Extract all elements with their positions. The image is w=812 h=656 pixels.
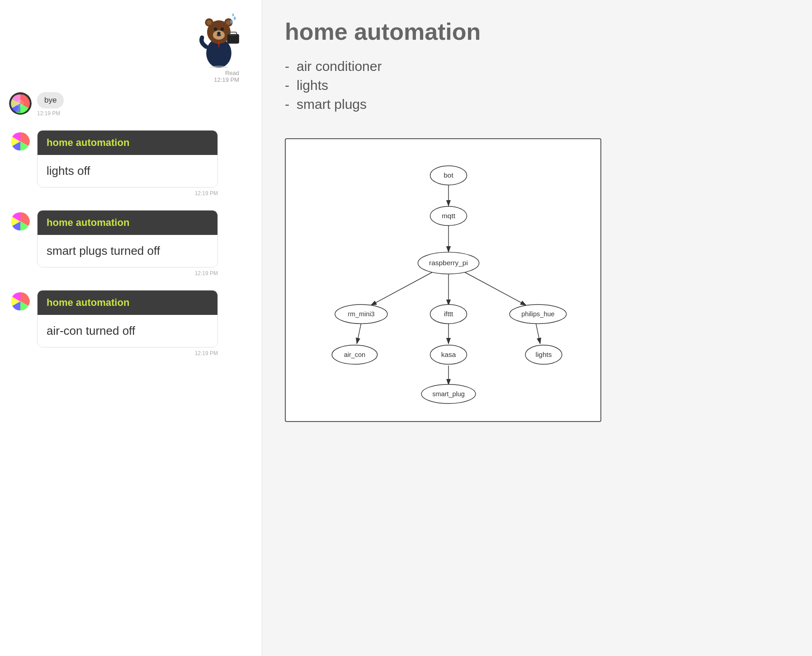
chat-panel: Read 12:19 PM (0, 0, 262, 656)
svg-line-25 (371, 270, 437, 305)
ha-card-body-2: smart plugs turned off (38, 235, 217, 267)
message-row-3: home automation air-con turned off 12:19… (9, 290, 253, 356)
ha-card-body-1: lights off (38, 155, 217, 187)
msg1-time: 12:19 PM (37, 190, 218, 197)
ha-card-header-text-2: home automation (47, 217, 129, 228)
ha-card-body-text-1: lights off (47, 164, 90, 178)
svg-point-13 (232, 14, 234, 17)
msg2-time: 12:19 PM (37, 270, 218, 276)
feature-item-2: lights (285, 78, 789, 93)
bye-time: 12:19 PM (37, 110, 64, 117)
message-row-1: home automation lights off 12:19 PM (9, 130, 253, 197)
ha-card-3: home automation air-con turned off (37, 290, 218, 347)
features-list: air conditioner lights smart plugs (285, 59, 789, 116)
ha-card-body-text-2: smart plugs turned off (47, 244, 160, 258)
svg-point-8 (221, 28, 224, 31)
node-smart-plug: smart_plug (432, 390, 465, 398)
svg-line-28 (357, 323, 361, 344)
message-row-2: home automation smart plugs turned off 1… (9, 210, 253, 276)
bye-message-row: bye 12:19 PM (9, 92, 253, 117)
graph-svg: bot mqtt raspberry_pi rm_mini3 ifttt phi… (299, 153, 598, 406)
sticker-area: Read 12:19 PM (9, 9, 253, 83)
node-lights: lights (535, 351, 552, 358)
svg-point-10 (217, 32, 220, 34)
svg-point-3 (207, 20, 212, 25)
msg2-content: home automation smart plugs turned off 1… (37, 210, 218, 276)
feature-item-1: air conditioner (285, 59, 789, 74)
node-mqtt: mqtt (442, 212, 456, 220)
ha-card-header-2: home automation (38, 211, 217, 235)
svg-point-17 (210, 66, 228, 68)
right-panel: home automation air conditioner lights s… (262, 0, 812, 656)
page-title: home automation (285, 18, 789, 45)
bye-message-content: bye 12:19 PM (37, 92, 64, 117)
svg-point-7 (214, 28, 217, 31)
svg-point-20 (17, 100, 24, 107)
graph-container: bot mqtt raspberry_pi rm_mini3 ifttt phi… (285, 138, 601, 422)
ha-card-body-text-3: air-con turned off (47, 324, 135, 337)
bear-sticker (189, 9, 248, 68)
ha-card-header-text-3: home automation (47, 297, 129, 308)
msg1-content: home automation lights off 12:19 PM (37, 130, 218, 197)
avatar-msg1 (9, 130, 32, 153)
sticker-read-time: Read 12:19 PM (214, 70, 239, 83)
ha-card-header-text-1: home automation (47, 137, 129, 148)
bye-bubble: bye (37, 92, 64, 108)
node-bot: bot (444, 171, 453, 179)
svg-line-27 (460, 270, 526, 305)
node-rm-mini3: rm_mini3 (348, 310, 375, 318)
ha-card-header-3: home automation (38, 291, 217, 315)
ha-card-1: home automation lights off (37, 130, 218, 187)
msg3-time: 12:19 PM (37, 350, 218, 356)
node-philips-hue: philips_hue (521, 310, 554, 318)
node-air-con: air_con (344, 351, 365, 358)
node-raspberry-pi: raspberry_pi (429, 259, 468, 267)
svg-point-12 (234, 17, 236, 20)
avatar-bye (9, 92, 32, 115)
svg-point-5 (226, 20, 231, 25)
avatar-msg2 (9, 210, 32, 233)
svg-point-11 (230, 19, 233, 23)
ha-card-header-1: home automation (38, 131, 217, 155)
svg-rect-14 (227, 34, 239, 43)
node-kasa: kasa (441, 351, 456, 358)
svg-line-30 (536, 323, 540, 344)
avatar-msg3 (9, 290, 32, 313)
msg3-content: home automation air-con turned off 12:19… (37, 290, 218, 356)
feature-item-3: smart plugs (285, 97, 789, 112)
ha-card-body-3: air-con turned off (38, 315, 217, 347)
ha-card-2: home automation smart plugs turned off (37, 210, 218, 267)
node-ifttt: ifttt (444, 310, 453, 318)
